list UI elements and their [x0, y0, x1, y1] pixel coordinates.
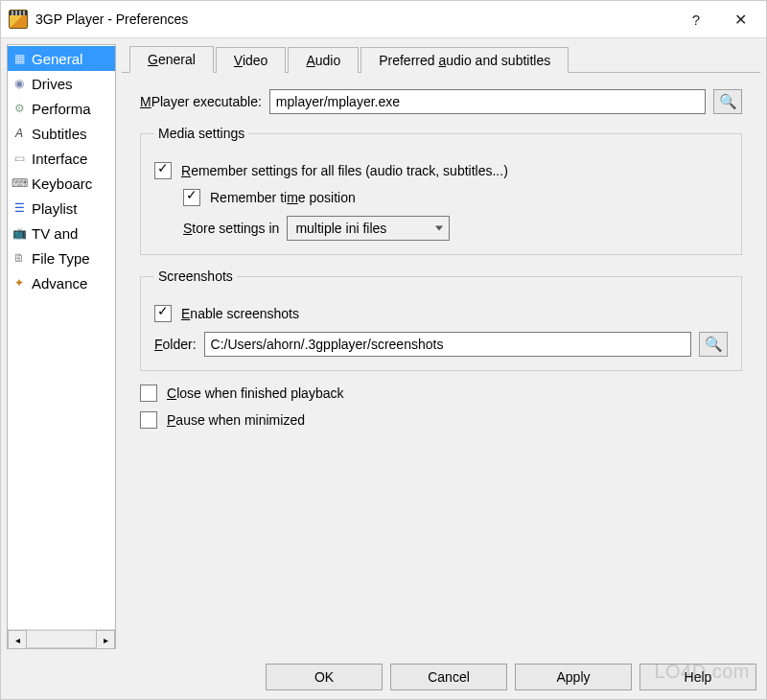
remember-time-row: Remember time position	[183, 189, 728, 206]
enable-screenshots-checkbox[interactable]	[154, 305, 172, 322]
folder-label: Folder:	[154, 337, 197, 352]
sidebar-scrollbar: ◂ ▸	[8, 629, 115, 648]
scroll-left-button[interactable]: ◂	[8, 630, 27, 649]
remember-time-checkbox[interactable]	[183, 189, 200, 206]
sidebar-item-subtitles[interactable]: A Subtitles	[8, 121, 115, 146]
close-when-finished-row: Close when finished playback	[140, 385, 742, 402]
titlebar-close-button[interactable]: ✕	[718, 5, 762, 34]
remember-settings-row: Remember settings for all files (audio t…	[154, 162, 728, 179]
sidebar-item-drives[interactable]: ◉ Drives	[8, 71, 115, 96]
mplayer-exec-input[interactable]	[269, 89, 706, 114]
browse-exec-button[interactable]: 🔍	[713, 89, 742, 114]
screenshots-group: Screenshots Enable screenshots Folder: 🔍	[140, 268, 742, 371]
remember-settings-checkbox[interactable]	[154, 162, 172, 179]
sidebar-item-playlist[interactable]: ☰ Playlist	[8, 196, 115, 221]
sidebar-item-label: General	[32, 51, 82, 67]
pause-when-minimized-label: Pause when minimized	[167, 412, 305, 428]
apply-button[interactable]: Apply	[515, 664, 632, 690]
tab-preferred[interactable]: Preferred audio and subtitles	[360, 47, 569, 73]
file-icon: 🗎	[12, 250, 27, 266]
store-settings-combo[interactable]: multiple ini files	[287, 216, 450, 241]
sidebar-item-advanced[interactable]: ✦ Advance	[8, 270, 115, 295]
enable-screenshots-label: Enable screenshots	[181, 306, 299, 321]
sidebar-item-label: File Type	[32, 250, 90, 267]
scroll-right-button[interactable]: ▸	[96, 630, 115, 649]
tab-panel-general: MPlayer executable: 🔍 Media settings Rem…	[122, 73, 760, 649]
pause-when-minimized-checkbox[interactable]	[140, 411, 157, 429]
help-button[interactable]: Help	[639, 664, 756, 690]
media-settings-legend: Media settings	[154, 126, 248, 141]
sidebar-item-performance[interactable]: ⚙ Performa	[8, 96, 115, 121]
sidebar-item-keyboard[interactable]: ⌨ Keyboarc	[8, 171, 115, 196]
tab-row: General Video Audio Preferred audio and …	[122, 44, 760, 73]
sidebar-item-label: Performa	[32, 101, 91, 117]
app-icon	[9, 10, 28, 29]
sidebar-item-label: Subtitles	[32, 126, 87, 142]
tv-icon: 📺	[12, 225, 27, 241]
search-icon: 🔍	[705, 336, 723, 353]
sidebar-item-label: TV and	[32, 225, 78, 242]
tab-video[interactable]: Video	[216, 47, 287, 73]
content-area: ▦ General ◉ Drives ⚙ Performa A Subtitle…	[1, 37, 766, 655]
sidebar-item-general[interactable]: ▦ General	[8, 46, 115, 71]
main-panel: General Video Audio Preferred audio and …	[116, 38, 766, 655]
tab-audio[interactable]: Audio	[288, 47, 359, 73]
sidebar-item-tv[interactable]: 📺 TV and	[8, 221, 115, 245]
scroll-track[interactable]	[27, 630, 96, 648]
screenshots-legend: Screenshots	[154, 268, 237, 284]
mplayer-exec-label: MPlayer executable:	[140, 94, 262, 109]
sidebar-item-interface[interactable]: ▭ Interface	[8, 146, 115, 171]
window-title: 3GP Player - Preferences	[35, 12, 188, 27]
titlebar: 3GP Player - Preferences ? ✕	[1, 1, 766, 37]
folder-row: Folder: 🔍	[154, 332, 728, 357]
remember-time-label: Remember time position	[210, 190, 356, 205]
tab-general[interactable]: General	[129, 46, 214, 73]
sidebar-item-label: Interface	[32, 151, 87, 167]
category-sidebar: ▦ General ◉ Drives ⚙ Performa A Subtitle…	[7, 44, 116, 649]
browse-folder-button[interactable]: 🔍	[699, 332, 728, 357]
remember-settings-label: Remember settings for all files (audio t…	[181, 163, 508, 178]
folder-input[interactable]	[204, 332, 691, 357]
store-settings-row: Store settings in multiple ini files	[183, 216, 728, 241]
dialog-button-bar: OK Cancel Apply Help	[1, 655, 766, 699]
enable-screenshots-row: Enable screenshots	[154, 305, 728, 322]
sidebar-item-label: Advance	[32, 275, 87, 292]
ok-button[interactable]: OK	[266, 664, 383, 690]
ui-icon: ▭	[12, 151, 27, 166]
media-settings-group: Media settings Remember settings for all…	[140, 126, 742, 255]
sidebar-list[interactable]: ▦ General ◉ Drives ⚙ Performa A Subtitle…	[8, 45, 115, 629]
gear-icon: ⚙	[12, 101, 27, 116]
disc-icon: ◉	[12, 76, 27, 91]
close-when-finished-checkbox[interactable]	[140, 385, 157, 402]
titlebar-help-button[interactable]: ?	[674, 5, 718, 34]
preferences-window: 3GP Player - Preferences ? ✕ ▦ General ◉…	[0, 0, 767, 700]
sidebar-item-label: Keyboarc	[32, 175, 92, 192]
mplayer-exec-row: MPlayer executable: 🔍	[140, 89, 742, 114]
sidebar-item-label: Playlist	[32, 200, 78, 217]
pause-when-minimized-row: Pause when minimized	[140, 411, 742, 429]
text-icon: A	[12, 126, 27, 141]
star-icon: ✦	[12, 275, 27, 291]
close-when-finished-label: Close when finished playback	[167, 385, 343, 401]
keyboard-icon: ⌨	[12, 175, 27, 191]
search-icon: 🔍	[719, 93, 737, 110]
sidebar-item-filetypes[interactable]: 🗎 File Type	[8, 245, 115, 270]
sidebar-item-label: Drives	[32, 76, 73, 92]
cancel-button[interactable]: Cancel	[390, 664, 507, 690]
list-icon: ☰	[12, 200, 27, 216]
store-settings-value: multiple ini files	[295, 221, 386, 236]
store-settings-label: Store settings in	[183, 221, 279, 236]
window-icon: ▦	[12, 51, 27, 66]
